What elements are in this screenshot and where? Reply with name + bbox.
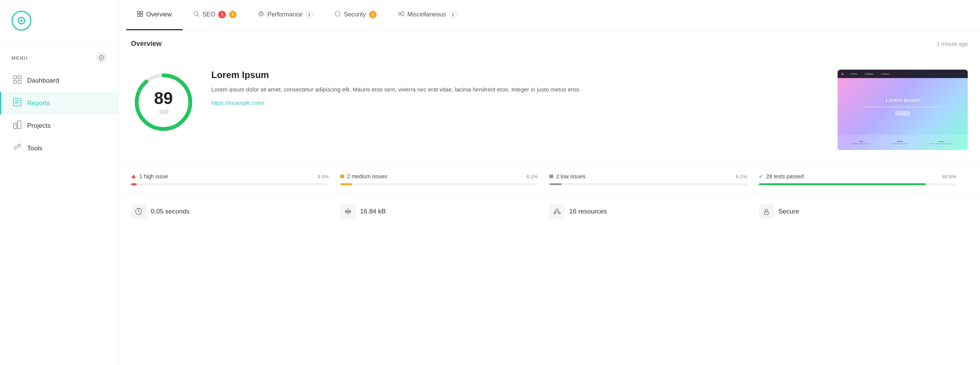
medium-issue-percent: 6.1% bbox=[526, 174, 538, 179]
overview-header: Overview 1 minute ago bbox=[119, 31, 980, 56]
stat-secure: Secure bbox=[759, 204, 968, 219]
issue-low: 2 low issues 6.1% bbox=[549, 173, 759, 185]
projects-icon bbox=[13, 121, 22, 131]
secure-icon bbox=[759, 204, 774, 219]
preview-footer-col-2-text: One time payment. Lifetime ownership. bbox=[930, 143, 953, 145]
preview-button: Products bbox=[895, 111, 910, 116]
stat-resources-value: 16 resources bbox=[569, 208, 607, 215]
svg-line-20 bbox=[198, 15, 199, 16]
security-badge: 1 bbox=[369, 11, 377, 18]
preview-footer-col-1-text: All updates are free, forever. bbox=[892, 143, 908, 145]
issue-high: 1 high issue 3.0% bbox=[131, 173, 340, 185]
resources-icon bbox=[549, 204, 565, 219]
svg-rect-2 bbox=[13, 76, 16, 79]
tab-overview-label: Overview bbox=[146, 11, 172, 18]
tab-seo-label: SEO bbox=[203, 11, 216, 18]
stat-time: 0.05 seconds bbox=[131, 204, 340, 219]
sidebar-item-reports[interactable]: Reports bbox=[0, 92, 118, 114]
svg-rect-26 bbox=[401, 12, 404, 16]
sidebar-item-projects[interactable]: Projects bbox=[0, 114, 118, 137]
tab-security[interactable]: Security 1 bbox=[324, 0, 387, 30]
seo-tab-icon bbox=[193, 11, 199, 18]
performance-badge: 1 bbox=[305, 11, 313, 18]
svg-rect-15 bbox=[137, 11, 140, 13]
tab-miscellaneous[interactable]: Miscellaneous 1 bbox=[387, 0, 467, 30]
passed-percent: 84.8% bbox=[942, 174, 956, 179]
tab-misc-label: Miscellaneous bbox=[407, 11, 446, 18]
passed-bar-fill bbox=[759, 183, 926, 185]
seo-badge-red: 1 bbox=[218, 11, 226, 18]
sidebar-nav: Dashboard Reports bbox=[0, 69, 118, 160]
svg-line-33 bbox=[139, 212, 140, 212]
tab-overview[interactable]: Overview bbox=[126, 0, 183, 30]
stat-secure-value: Secure bbox=[779, 208, 799, 215]
score-value: 89 bbox=[154, 90, 173, 107]
preview-title: Lorem Ipsum bbox=[886, 97, 920, 103]
sidebar-item-dashboard[interactable]: Dashboard bbox=[0, 69, 118, 92]
check-icon: ✓ bbox=[759, 173, 763, 179]
reports-icon bbox=[13, 98, 22, 108]
site-info: Lorem Ipsum Lorem ipsum dolor sit amet, … bbox=[211, 70, 822, 106]
size-icon bbox=[340, 204, 356, 219]
main-content: Overview SEO 1 1 Perform bbox=[119, 0, 980, 365]
svg-point-14 bbox=[18, 144, 21, 147]
tools-label: Tools bbox=[27, 145, 42, 152]
svg-rect-18 bbox=[140, 14, 143, 16]
performance-tab-icon bbox=[258, 11, 264, 18]
preview-subtitle: Neque porro quisquam est qui dolorem ips… bbox=[864, 106, 942, 108]
preview-footer-col-0-label: Code bbox=[852, 140, 870, 142]
svg-rect-17 bbox=[137, 14, 140, 16]
low-issue-label: 2 low issues bbox=[556, 173, 585, 179]
high-triangle-icon bbox=[131, 174, 136, 179]
reports-label: Reports bbox=[27, 99, 50, 107]
sidebar: MENU Dashboard bbox=[0, 0, 119, 365]
misc-tab-icon bbox=[398, 11, 404, 18]
site-url[interactable]: https://example.com/ bbox=[211, 99, 264, 106]
site-description: Lorem ipsum dolor sit amet, consectetur … bbox=[211, 85, 822, 94]
projects-label: Projects bbox=[27, 122, 51, 130]
svg-point-40 bbox=[556, 209, 558, 211]
svg-marker-30 bbox=[131, 174, 136, 178]
dashboard-label: Dashboard bbox=[27, 77, 59, 85]
svg-rect-16 bbox=[140, 11, 143, 13]
score-circle: 89 100 bbox=[131, 70, 196, 135]
issue-passed: ✓ 28 tests passed 84.8% bbox=[759, 173, 968, 185]
score-total: 100 bbox=[154, 108, 173, 115]
time-icon bbox=[131, 204, 146, 219]
menu-settings-icon[interactable] bbox=[96, 52, 107, 63]
logo-area bbox=[0, 0, 118, 42]
security-tab-icon bbox=[335, 11, 341, 18]
svg-rect-3 bbox=[18, 76, 21, 79]
stat-size-value: 16.84 kB bbox=[360, 208, 386, 215]
svg-point-1 bbox=[101, 57, 102, 59]
stats-section: 0.05 seconds 16.84 kB bbox=[119, 195, 980, 228]
sidebar-item-tools[interactable]: Tools bbox=[0, 137, 118, 160]
content-area: Overview 1 minute ago 89 100 Lorem Ipsum… bbox=[119, 31, 980, 365]
score-section: 89 100 Lorem Ipsum Lorem ipsum dolor sit… bbox=[119, 56, 980, 164]
svg-rect-5 bbox=[18, 80, 21, 83]
site-title: Lorem Ipsum bbox=[211, 70, 822, 80]
svg-point-45 bbox=[766, 212, 767, 213]
low-dot-icon bbox=[549, 174, 553, 178]
passed-bar-bg bbox=[759, 183, 957, 185]
logo-icon bbox=[11, 11, 31, 31]
svg-rect-4 bbox=[13, 80, 16, 83]
stat-resources: 16 resources bbox=[549, 204, 759, 219]
svg-point-21 bbox=[259, 11, 263, 16]
issue-medium: 2 medium issues 6.1% bbox=[340, 173, 550, 185]
tabs-bar: Overview SEO 1 1 Perform bbox=[119, 0, 980, 31]
tab-seo[interactable]: SEO 1 1 bbox=[183, 0, 248, 30]
high-issue-label: 1 high issue bbox=[139, 173, 168, 179]
tab-performance-label: Performance bbox=[267, 11, 302, 18]
medium-dot-icon bbox=[340, 174, 344, 178]
overview-title: Overview bbox=[131, 40, 162, 48]
issues-section: 1 high issue 3.0% 2 medium issues 6.1% bbox=[119, 164, 980, 195]
tab-security-label: Security bbox=[344, 11, 366, 18]
svg-point-42 bbox=[559, 212, 560, 214]
svg-point-41 bbox=[554, 212, 556, 214]
seo-badge-yellow: 1 bbox=[229, 11, 237, 18]
site-preview: Home Updates Contact Lorem Ipsum Neque p… bbox=[838, 70, 968, 150]
overview-timestamp: 1 minute ago bbox=[937, 41, 968, 47]
high-issue-percent: 3.0% bbox=[317, 174, 329, 179]
tab-performance[interactable]: Performance 1 bbox=[247, 0, 324, 30]
